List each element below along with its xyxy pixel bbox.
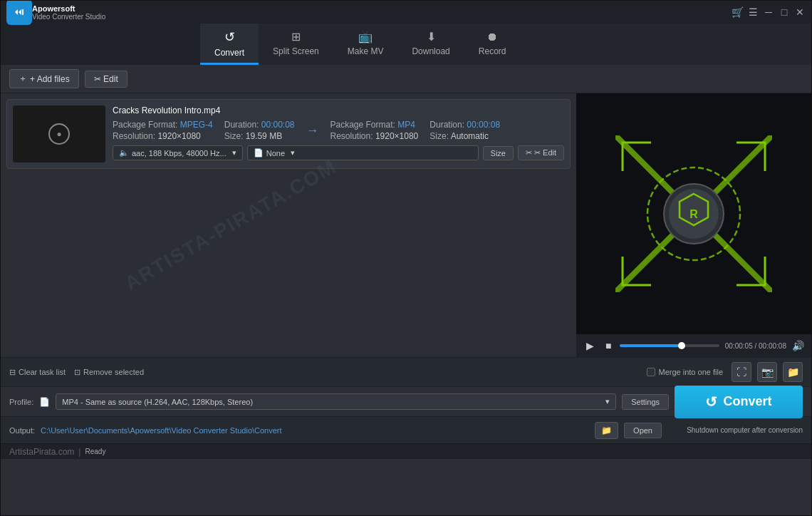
convert-big-button[interactable]: ↺ Convert	[675, 386, 803, 418]
file-name: Cracks Revolution Intro.mp4	[113, 105, 564, 115]
src-size-value: 19.59 MB	[246, 131, 282, 141]
tab-makemv[interactable]: 📺 Make MV	[333, 24, 398, 65]
folder-open-button[interactable]: 📁	[783, 362, 803, 382]
volume-icon[interactable]: 🔊	[792, 340, 804, 351]
camera-button[interactable]: 📷	[757, 362, 777, 382]
svg-rect-1	[22, 9, 24, 15]
output-format: Package Format: MP4	[330, 120, 419, 130]
convert-btn-label: Convert	[723, 394, 771, 409]
app-window: Apowersoft Video Converter Studio 🛒 ☰ ─ …	[0, 0, 812, 516]
app-product-text: Video Converter Studio	[32, 13, 105, 21]
cart-button[interactable]: 🛒	[732, 6, 743, 18]
preview-graphic: R	[615, 135, 772, 292]
stop-button[interactable]: ■	[603, 339, 614, 353]
icon-buttons: ⛶ 📷 📁	[732, 362, 803, 382]
format-icon: 📄	[254, 148, 264, 158]
play-circle: ●	[48, 123, 70, 145]
bottom-bar: ⊟ Clear task list ⊡ Remove selected Merg…	[1, 357, 811, 386]
file-item: ● Cracks Revolution Intro.mp4 Package Fo…	[6, 99, 571, 169]
edit-button[interactable]: ✂ Edit	[85, 71, 127, 88]
add-files-button[interactable]: ＋ + Add files	[9, 69, 79, 88]
watermark-text: ARTISTA-PIRATA.COM	[121, 155, 341, 296]
tab-download-label: Download	[412, 46, 449, 56]
play-button[interactable]: ▶	[583, 339, 597, 353]
output-open-button[interactable]: Open	[624, 423, 662, 438]
file-thumbnail: ●	[13, 105, 105, 162]
shutdown-text: Shutdown computer after conversion	[687, 426, 803, 434]
close-button[interactable]: ✕	[794, 6, 806, 18]
out-size-label: Size:	[430, 131, 449, 141]
output-size: Size: Automatic	[430, 131, 500, 141]
tab-download[interactable]: ⬇ Download	[397, 24, 464, 65]
maximize-button[interactable]: □	[779, 6, 790, 18]
time-current: 00:00:05	[725, 342, 753, 350]
source-meta: Package Format: MPEG-4 Resolution: 1920×…	[113, 120, 213, 141]
minimize-button[interactable]: ─	[763, 6, 774, 18]
tab-splitscreen[interactable]: ⊞ Split Screen	[259, 24, 333, 65]
src-format-value: MPEG-4	[180, 120, 213, 130]
src-res-value: 1920×1080	[157, 131, 200, 141]
settings-button[interactable]: Settings	[622, 394, 669, 410]
output-label: Output:	[9, 426, 35, 435]
tab-convert-label: Convert	[214, 48, 244, 58]
svg-text:R: R	[689, 208, 698, 220]
progress-fill	[620, 344, 681, 347]
main-content: ● Cracks Revolution Intro.mp4 Package Fo…	[1, 93, 811, 357]
out-size-value: Automatic	[451, 131, 489, 141]
output-meta: Package Format: MP4 Resolution: 1920×108…	[330, 120, 419, 141]
progress-bar[interactable]	[620, 344, 719, 347]
tab-convert[interactable]: ↺ Convert	[200, 24, 259, 65]
profile-label: Profile:	[9, 398, 33, 406]
tab-record[interactable]: ⏺ Record	[464, 24, 521, 65]
edit-small-icon: ✂	[526, 148, 532, 158]
output-folder-button[interactable]: 📁	[595, 422, 618, 439]
out-res-label: Resolution:	[330, 131, 373, 141]
window-controls: 🛒 ☰ ─ □ ✕	[732, 6, 806, 18]
time-total: 00:00:08	[759, 342, 786, 350]
merge-checkbox[interactable]	[647, 368, 655, 376]
download-icon: ⬇	[427, 30, 436, 43]
format-chevron-icon: ▾	[291, 148, 295, 158]
clear-task-button[interactable]: ⊟ Clear task list	[9, 368, 66, 377]
remove-selected-button[interactable]: ⊡ Remove selected	[74, 368, 144, 377]
profile-chevron-icon: ▾	[605, 397, 610, 406]
size-button[interactable]: Size	[483, 146, 514, 160]
clear-task-icon: ⊟	[9, 368, 16, 377]
video-preview: R	[576, 93, 811, 334]
profile-format-icon: 📄	[39, 397, 50, 407]
src-size-label: Size:	[224, 131, 244, 141]
src-format-label: Package Format:	[113, 120, 177, 130]
source-size: Size: 19.59 MB	[224, 131, 295, 141]
list-button[interactable]: ☰	[747, 6, 759, 18]
merge-checkbox-area[interactable]: Merge into one file	[647, 368, 724, 376]
progress-thumb	[678, 342, 685, 349]
source-format: Package Format: MPEG-4	[113, 120, 213, 130]
splitscreen-icon: ⊞	[291, 30, 301, 43]
app-logo-icon	[6, 0, 32, 25]
edit-small-label: ✂ Edit	[534, 148, 556, 158]
tab-record-label: Record	[479, 46, 506, 56]
remove-selected-label: Remove selected	[83, 368, 144, 376]
video-controls: ▶ ■ 00:00:05 / 00:00:08 🔊	[576, 334, 811, 357]
audio-select-dropdown[interactable]: 🔈 aac, 188 Kbps, 48000 Hz... ▾	[113, 145, 243, 160]
output-bar: Output: C:\User\User\Documents\Apowersof…	[1, 416, 811, 443]
nav-tabs: ↺ Convert ⊞ Split Screen 📺 Make MV ⬇ Dow…	[200, 24, 811, 65]
output-resolution: Resolution: 1920×1080	[330, 131, 419, 141]
expand-button[interactable]: ⛶	[732, 362, 751, 382]
out-dur-label: Duration:	[430, 120, 464, 130]
profile-select-dropdown[interactable]: MP4 - Same as source (H.264, AAC, 128Kbp…	[56, 393, 616, 410]
profile-bar: Profile: 📄 MP4 - Same as source (H.264, …	[1, 386, 811, 416]
out-format-value: MP4	[397, 120, 415, 130]
clear-task-label: Clear task list	[19, 368, 66, 376]
play-icon: ●	[56, 129, 61, 139]
nav-logo-section	[1, 24, 200, 65]
edit-small-button[interactable]: ✂ ✂ Edit	[518, 145, 564, 160]
format-select-value: None	[266, 149, 285, 158]
output-meta-2: Duration: 00:00:08 Size: Automatic	[430, 120, 500, 141]
out-res-value: 1920×1080	[375, 131, 418, 141]
format-select-dropdown[interactable]: 📄 None ▾	[247, 145, 479, 160]
src-dur-value: 00:00:08	[261, 120, 295, 130]
right-panel: R ▶ ■ 00:00:05 / 00:00:08 🔊	[576, 93, 811, 357]
time-display: 00:00:05 / 00:00:08	[725, 342, 786, 350]
app-title: Apowersoft Video Converter Studio	[32, 4, 105, 21]
